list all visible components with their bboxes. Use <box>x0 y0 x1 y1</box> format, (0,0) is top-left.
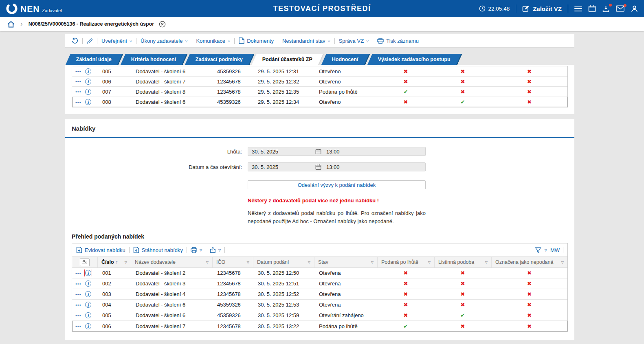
filter-dropdown-icon[interactable]: ▽ <box>308 261 310 264</box>
filter-dropdown-icon[interactable]: ▽ <box>247 261 249 264</box>
menu-uverejneni[interactable]: Uveřejnění ▽ <box>101 38 132 44</box>
column-header-ico[interactable]: IČO ▽ <box>212 257 253 267</box>
table-row[interactable]: •••i008Dodavatel - školení 64535932629. … <box>72 97 567 107</box>
menu-sprava-vz[interactable]: Správa VZ ▽ <box>339 38 369 44</box>
cell-date-submitted: 30. 5. 2025 12:51 <box>253 280 314 287</box>
menu-komunikace[interactable]: Komunikace ▽ <box>196 38 231 44</box>
filter-dropdown-icon[interactable]: ▽ <box>125 261 127 264</box>
calendar-icon[interactable] <box>315 149 321 155</box>
table-row[interactable]: •••i001Dodavatel - školení 21234567830. … <box>72 268 567 278</box>
download-offers-button[interactable]: Stáhnout nabídky <box>133 247 183 253</box>
filter-dropdown-icon[interactable]: ▽ <box>485 261 488 264</box>
register-offer-button[interactable]: Evidovat nabídku <box>76 247 125 253</box>
filter-icon[interactable] <box>535 247 541 253</box>
tab-hodnocen-[interactable]: Hodnocení <box>321 54 370 65</box>
print-record-button[interactable]: Tisk záznamu <box>377 38 419 44</box>
column-header-status[interactable]: Stav ▽ <box>314 257 377 267</box>
row-actions: •••i <box>72 291 97 298</box>
info-icon[interactable]: i <box>85 323 92 330</box>
cross-icon: ✖ <box>404 79 408 85</box>
divider <box>187 247 187 253</box>
messages-icon[interactable] <box>616 5 624 12</box>
column-header-not-submitted[interactable]: Označena jako nepodaná ▽ <box>491 257 567 267</box>
filter-dropdown-icon[interactable]: ▽ <box>206 261 209 264</box>
table-row[interactable]: •••i004Dodavatel - školení 64535932630. … <box>72 300 567 310</box>
cross-icon: ✖ <box>461 291 465 297</box>
deadline-time-value[interactable]: 13:00 <box>321 149 340 155</box>
column-header-number[interactable]: Číslo ↑ ▽ <box>97 257 131 267</box>
row-menu-icon[interactable]: ••• <box>75 281 81 286</box>
tab-pod-n-astn-k-zp[interactable]: Podání účastníků ZP <box>252 54 324 65</box>
row-menu-icon[interactable]: ••• <box>75 89 81 94</box>
info-icon[interactable]: i <box>85 280 92 287</box>
table-row[interactable]: •••i002Dodavatel - školení 31234567830. … <box>72 278 567 289</box>
check-icon: ✔ <box>404 89 408 95</box>
calendar-icon[interactable] <box>315 164 321 170</box>
filter-dropdown-icon[interactable]: ▽ <box>428 261 431 264</box>
menu-icon[interactable] <box>574 6 582 12</box>
table-row[interactable]: •••i007Dodavatel - školení 81234567829. … <box>72 87 567 97</box>
home-icon[interactable] <box>7 21 15 28</box>
menu-nestandardni-stav[interactable]: Nestandardní stav ▽ <box>282 38 330 44</box>
send-invite-button[interactable]: Odeslání výzvy k podání nabídek <box>248 180 426 189</box>
dropdown-icon: ▽ <box>218 248 221 252</box>
row-menu-icon[interactable]: ••• <box>75 292 81 297</box>
offers-table-title: Přehled podaných nabídek <box>72 233 568 240</box>
info-icon[interactable]: i <box>85 99 92 105</box>
filter-dropdown-icon[interactable]: ▽ <box>371 261 374 264</box>
info-icon[interactable]: i <box>85 301 92 308</box>
tab-krit-ria-hodnocen-[interactable]: Kritéria hodnocení <box>121 54 188 65</box>
info-icon[interactable]: i <box>85 68 92 75</box>
user-icon[interactable] <box>631 5 638 13</box>
deadline-field[interactable]: 30. 5. 2025 13:00 <box>248 147 426 156</box>
export-button[interactable]: ▽ <box>210 247 221 253</box>
app-logo[interactable]: NEN Zadavatel <box>6 2 62 15</box>
table-row[interactable]: •••i005Dodavatel - školení 64535932629. … <box>72 66 567 77</box>
menu-ukony-zadavatele[interactable]: Úkony zadavatele ▽ <box>141 38 188 44</box>
table-row[interactable]: •••i006Dodavatel - školení 71234567829. … <box>72 77 567 87</box>
opening-field[interactable]: 30. 5. 2025 13:00 <box>248 162 426 171</box>
opening-date-value[interactable]: 30. 5. 2025 <box>248 164 315 170</box>
calendar-icon[interactable] <box>588 5 596 13</box>
info-icon[interactable]: i <box>85 88 92 95</box>
breadcrumb-item[interactable]: N006/25/V00005136 - Realizace energetick… <box>29 21 154 27</box>
table-row[interactable]: •••i006Dodavatel - školení 71234567830. … <box>72 321 567 331</box>
edit-icon[interactable] <box>87 38 93 44</box>
tab-zad-vac-podm-nky[interactable]: Zadávací podmínky <box>185 54 255 65</box>
tab-v-sledek-zad-vac-ho-postupu[interactable]: Výsledek zadávacího postupu <box>367 54 462 65</box>
info-icon[interactable]: i <box>85 291 92 298</box>
deadline-date-value[interactable]: 30. 5. 2025 <box>248 149 315 155</box>
cell-number: 006 <box>97 323 131 329</box>
downloads-icon[interactable] <box>602 5 610 13</box>
row-menu-icon[interactable]: ••• <box>75 313 81 318</box>
row-menu-icon[interactable]: ••• <box>75 324 81 329</box>
info-icon[interactable]: i <box>85 270 92 276</box>
view-dropdown-icon[interactable]: ▽ <box>545 248 547 252</box>
filter-dropdown-icon[interactable]: ▽ <box>561 261 564 264</box>
info-icon[interactable]: i <box>85 78 92 85</box>
row-menu-icon[interactable]: ••• <box>75 271 81 276</box>
row-menu-icon[interactable]: ••• <box>75 79 81 84</box>
column-header-supplier[interactable]: Název dodavatele ▽ <box>131 257 212 267</box>
clock-time: 22:05:48 <box>488 6 510 12</box>
table-row[interactable]: •••i005Dodavatel - školení 64535932630. … <box>72 310 567 321</box>
column-header-late[interactable]: Podaná po lhůtě ▽ <box>377 257 434 267</box>
column-settings-icon[interactable] <box>80 259 90 266</box>
print-table-button[interactable]: ▽ <box>191 247 202 253</box>
opening-time-value[interactable]: 13:00 <box>321 164 340 170</box>
view-name[interactable]: MW <box>550 247 560 253</box>
notification-dot <box>609 4 612 7</box>
menu-dokumenty[interactable]: Dokumenty <box>239 37 274 44</box>
column-header-submitted[interactable]: Datum podání ▽ <box>253 257 314 267</box>
column-header-paper[interactable]: Listinná podoba ▽ <box>434 257 491 267</box>
create-vz-button[interactable]: Založit VZ <box>522 5 562 12</box>
row-menu-icon[interactable]: ••• <box>75 302 81 307</box>
info-icon[interactable]: i <box>85 312 92 319</box>
row-menu-icon[interactable]: ••• <box>75 69 81 74</box>
table-row[interactable]: •••i003Dodavatel - školení 41234567830. … <box>72 289 567 300</box>
cross-icon: ✖ <box>404 99 408 105</box>
close-tab-icon[interactable] <box>159 21 166 28</box>
history-icon[interactable] <box>72 37 78 44</box>
row-menu-icon[interactable]: ••• <box>75 100 81 105</box>
tab-z-kladn-daje[interactable]: Základní údaje <box>66 54 123 65</box>
